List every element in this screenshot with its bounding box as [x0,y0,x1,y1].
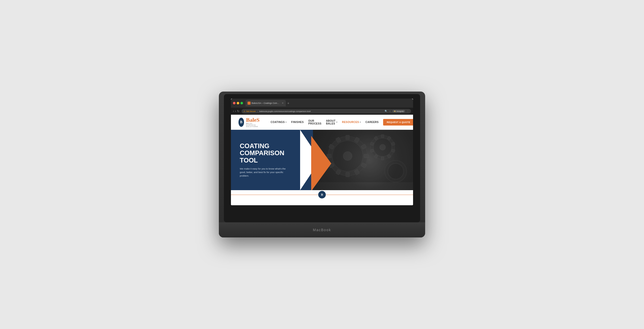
address-field[interactable]: ⚠ Not Secure | balesusa.pugito.com/resou… [242,109,411,113]
nav-careers[interactable]: CAREERS [366,121,379,124]
back-button[interactable]: ‹ [233,109,234,113]
nav-our-process[interactable]: OUR PROCESS [308,119,321,125]
nav-coatings[interactable]: COATINGS ▾ [271,121,287,124]
site-nav-links: COATINGS ▾ FINISHES OUR PROCESS ABOUT BA… [271,119,413,126]
hero-description: We make it easy for you to know what's t… [240,167,290,178]
browser-chrome: BalesUSA – Coatings Compar... ✕ + [231,99,413,108]
orange-arrow-shape [311,136,331,190]
incognito-icon: 🕵 [394,110,396,112]
bookmark-icon: ☆ [389,110,391,112]
logo-brand: BaleS [246,117,263,123]
warning-icon: ⚠ [244,110,245,112]
forward-button[interactable]: › [235,109,236,113]
site-nav: B BaleS Metal Surface Solutions COATINGS… [231,115,413,130]
divider-logo-letter: B [321,193,323,197]
nav-about-bales[interactable]: ABOUT BALES ▾ [326,119,338,125]
nav-buttons: ‹ › ↻ [233,109,239,113]
tab-label: BalesUSA – Coatings Compar... [252,102,280,104]
browser-tab-active[interactable]: BalesUSA – Coatings Compar... ✕ [246,100,286,106]
address-bar: ‹ › ↻ ⚠ Not Secure | balesusa.pugito.com… [231,108,413,115]
menu-icon[interactable]: ⋮ [407,110,409,113]
screen-bezel: BalesUSA – Coatings Compar... ✕ + ‹ › ↻ … [224,94,420,222]
nav-resources[interactable]: RESOURCES ▾ [342,121,361,124]
divider-logo: B [318,191,326,198]
chevron-icon-resources: ▾ [360,121,361,123]
address-icons: 🔍 ☆ 🕵 Incognito ⋮ [385,110,409,113]
tabs-row: BalesUSA – Coatings Compar... ✕ + [246,99,411,108]
chevron-icon: ▾ [286,121,287,123]
divider-section: B [231,190,413,199]
reload-button[interactable]: ↻ [237,109,239,113]
macbook-body: BalesUSA – Coatings Compar... ✕ + ‹ › ↻ … [219,92,425,237]
macbook-bottom: MacBook [219,222,425,237]
screen-area: BalesUSA – Coatings Compar... ✕ + ‹ › ↻ … [231,99,413,205]
chevron-icon-about: ▾ [336,121,338,123]
minimize-button[interactable] [237,102,239,104]
url-text: balesusa.pugito.com/resources/coatings-c… [259,110,311,112]
macbook-label: MacBook [313,228,331,232]
logo-circle: B [238,118,244,127]
macbook-scene: BalesUSA – Coatings Compar... ✕ + ‹ › ↻ … [219,92,425,237]
hero-section: COATING COMPARISON TOOL We make it easy … [231,130,413,190]
not-secure-label: Not Secure [246,110,256,112]
new-tab-button[interactable]: + [287,101,289,105]
logo-text: BaleS Metal Surface Solutions [246,117,263,127]
url-separator: | [257,110,258,112]
nav-finishes[interactable]: FINISHES [291,121,304,124]
incognito-label: Incognito [397,110,404,112]
hero-title: COATING COMPARISON TOOL [240,142,305,164]
traffic-lights [233,102,243,104]
website-content: B BaleS Metal Surface Solutions COATINGS… [231,115,413,205]
tab-favicon [248,102,251,105]
logo-letter: B [240,120,242,124]
site-logo: B BaleS Metal Surface Solutions [238,117,263,127]
maximize-button[interactable] [240,102,243,104]
search-icon: 🔍 [385,110,387,112]
close-button[interactable] [233,102,235,104]
incognito-badge: 🕵 Incognito [392,110,405,112]
tab-close-icon[interactable]: ✕ [282,102,284,104]
request-quote-button[interactable]: REQUEST A QUOTE [383,119,413,126]
logo-sub: Metal Surface Solutions [246,123,263,127]
